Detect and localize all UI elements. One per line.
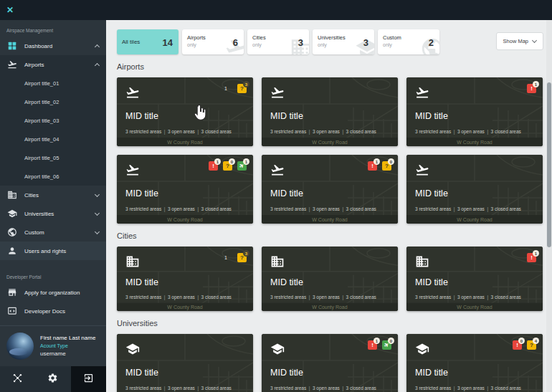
main-content: All tiles14Airportsonly6Citiesonly3Unive… xyxy=(106,20,552,392)
sidebar-item-apply-for-organization[interactable]: Apply for organization xyxy=(0,283,106,302)
sidebar-item-custom[interactable]: Custom xyxy=(0,223,106,242)
filter-tile-cities[interactable]: Citiesonly3 xyxy=(247,29,309,54)
sidebar-group-airports: AirportsAirport title_01Airport title_02… xyxy=(0,55,106,186)
badge-row: !1 xyxy=(527,253,536,262)
chevron-up-icon xyxy=(95,44,100,49)
show-map-label: Show Map xyxy=(503,38,528,44)
filter-tile-count: 6 xyxy=(233,37,238,47)
filter-tile-sublabel: only xyxy=(383,42,401,48)
card-universities-3[interactable]: W County Road!0?4MID title3 restricted a… xyxy=(406,334,543,392)
card-stats: 3 restricted areas|3 open areas|3 closed… xyxy=(270,206,376,211)
show-map-button[interactable]: Show Map xyxy=(496,32,543,50)
card-universities-2[interactable]: W County Road!1✈0MID title3 restricted a… xyxy=(262,334,398,392)
dashboard-grid-icon xyxy=(7,41,17,51)
card-stats: 3 restricted areas|3 open areas|3 closed… xyxy=(415,386,521,391)
badge-row: !1?0✈1 xyxy=(209,161,247,171)
sidebar-item-cities[interactable]: Cities xyxy=(0,186,106,204)
scrollbar-thumb[interactable] xyxy=(547,82,551,247)
sidebar-subitem-airports-6[interactable]: Airport title_06 xyxy=(0,167,106,186)
graduation-cap-icon xyxy=(125,342,140,356)
building-icon xyxy=(270,254,285,269)
sidebar-item-label: Universities xyxy=(24,211,88,217)
chevron-down-icon xyxy=(95,210,100,215)
card-cities-2[interactable]: W County RoadMID title3 restricted areas… xyxy=(262,247,398,311)
sidebar-subitem-airports-1[interactable]: Airport title_01 xyxy=(0,74,106,92)
card-title: MID title xyxy=(125,188,158,199)
building-icon xyxy=(7,190,17,200)
filter-tile-count: 3 xyxy=(298,37,303,47)
plane-badge: ✈0 xyxy=(382,340,391,350)
badge-count: 3 xyxy=(243,81,249,87)
graduation-cap-icon xyxy=(7,209,17,219)
svg-text:W County Road: W County Road xyxy=(457,217,492,223)
filter-tile-label: Citiesonly xyxy=(252,34,266,48)
sidebar-item-airports[interactable]: Airports xyxy=(0,55,106,74)
card-airports-6[interactable]: W County RoadMID title3 restricted areas… xyxy=(406,155,543,224)
card-cities-3[interactable]: W County Road!1MID title3 restricted are… xyxy=(406,247,543,311)
sidebar-item-developer-docs[interactable]: Developer Docs xyxy=(0,302,106,320)
badge-count: 1 xyxy=(243,158,249,165)
drone-icon xyxy=(12,373,23,386)
alert-badge: !1 xyxy=(527,84,536,93)
sidebar-item-label: Apply for organization xyxy=(24,290,99,296)
svg-text:W County Road: W County Road xyxy=(167,140,203,145)
svg-text:W County Road: W County Road xyxy=(167,217,203,223)
question-badge: ?0 xyxy=(223,161,232,171)
sidebar-item-dashboard[interactable]: Dashboard xyxy=(0,37,106,55)
badge-count: 0 xyxy=(229,158,235,165)
card-airports-4[interactable]: W County Road!1?0✈1MID title3 restricted… xyxy=(117,155,253,224)
sidebar-subitem-airports-3[interactable]: Airport title_03 xyxy=(0,111,106,130)
logout-button[interactable] xyxy=(71,366,106,392)
card-airports-2[interactable]: W County RoadMID title3 restricted areas… xyxy=(262,77,398,146)
filter-tile-count: 2 xyxy=(429,37,434,47)
card-title: MID title xyxy=(415,188,448,199)
badge-count: 0 xyxy=(518,338,525,344)
sidebar-group-dashboard: Dashboard xyxy=(0,37,106,55)
plane-takeoff-icon xyxy=(415,85,429,100)
card-cities-1[interactable]: W County Road1?3MID title3 restricted ar… xyxy=(117,247,253,311)
sidebar-item-users-and-rights[interactable]: Users and rights xyxy=(0,242,106,260)
organization-icon xyxy=(7,287,17,297)
sidebar-item-label: Airports xyxy=(24,62,88,68)
sidebar-group-custom: Custom xyxy=(0,223,106,242)
corner-count: 1 xyxy=(224,255,227,260)
alert-badge: !0 xyxy=(513,340,522,350)
user-panel[interactable]: First name Last name Acount Type usernam… xyxy=(0,325,106,366)
filter-tile-label: Customonly xyxy=(383,34,401,48)
sidebar-subitem-airports-5[interactable]: Airport title_05 xyxy=(0,148,106,167)
sidebar-item-universities[interactable]: Universities xyxy=(0,204,106,223)
badge-row: 1?3 xyxy=(224,253,247,262)
plane-takeoff-icon xyxy=(125,163,140,177)
filter-tile-universities[interactable]: Universitiesonly3 xyxy=(313,29,374,54)
plane-takeoff-icon xyxy=(125,85,140,100)
sidebar-subitem-label: Airport title_02 xyxy=(24,99,99,105)
logout-icon xyxy=(83,373,94,386)
person-icon xyxy=(7,246,17,256)
badge-row: !1✈0 xyxy=(368,340,391,350)
filter-tile-airports[interactable]: Airportsonly6 xyxy=(182,29,244,54)
badge-count: 0 xyxy=(388,158,394,165)
close-icon[interactable]: ✕ xyxy=(6,6,14,14)
plane-takeoff-icon xyxy=(270,85,285,100)
card-airports-1[interactable]: W County Road1?3MID title3 restricted ar… xyxy=(117,77,253,146)
card-universities-1[interactable]: W County RoadMID title3 restricted areas… xyxy=(117,334,253,392)
filter-tile-sublabel: only xyxy=(318,42,346,48)
filter-tile-custom[interactable]: Customonly2 xyxy=(378,29,439,54)
sidebar-subitem-airports-2[interactable]: Airport title_02 xyxy=(0,92,106,111)
card-airports-5[interactable]: W County Road!1?0MID title3 restricted a… xyxy=(262,155,398,224)
filter-tile-label: Universitiesonly xyxy=(318,34,346,48)
filter-tile-label: Airportsonly xyxy=(187,34,206,48)
sidebar-subitem-label: Airport title_01 xyxy=(24,80,99,87)
sidebar-item-label: Developer Docs xyxy=(24,308,99,315)
sidebar-subitem-airports-4[interactable]: Airport title_04 xyxy=(0,130,106,148)
drone-button[interactable] xyxy=(0,366,35,392)
sidebar-bottom-bar xyxy=(0,366,106,392)
card-title: MID title xyxy=(415,111,448,121)
card-airports-3[interactable]: W County Road!1MID title3 restricted are… xyxy=(406,77,543,146)
sidebar-menu: DashboardAirportsAirport title_01Airport… xyxy=(0,37,106,265)
scrollbar-track[interactable] xyxy=(546,20,552,392)
graduation-cap-icon xyxy=(270,342,285,356)
settings-button[interactable] xyxy=(35,366,70,392)
badge-count: 3 xyxy=(243,250,249,257)
filter-tile-all-tiles[interactable]: All tiles14 xyxy=(117,29,179,54)
